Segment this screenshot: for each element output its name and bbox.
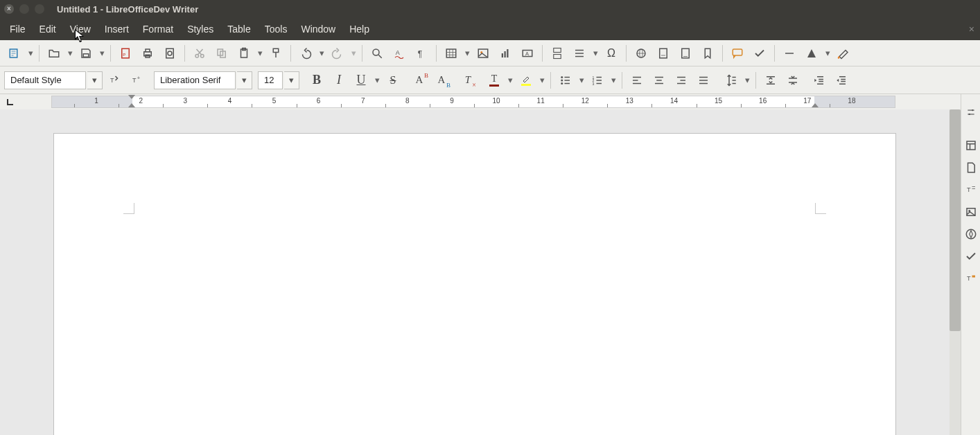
line-spacing-button[interactable] bbox=[721, 71, 742, 90]
scrollbar-thumb[interactable] bbox=[950, 109, 961, 331]
align-justify-button[interactable] bbox=[693, 71, 714, 90]
increase-indent-button[interactable] bbox=[809, 71, 830, 90]
sidebar-navigator-button[interactable] bbox=[963, 226, 979, 242]
paragraph-style-dropdown[interactable]: ▾ bbox=[87, 71, 103, 89]
sidebar-styles-button[interactable]: T bbox=[963, 181, 979, 198]
insert-comment-button[interactable] bbox=[727, 44, 748, 63]
align-left-button[interactable] bbox=[627, 71, 647, 90]
menu-insert[interactable]: Insert bbox=[98, 19, 136, 39]
sidebar-manage-changes-button[interactable] bbox=[963, 248, 979, 265]
redo-dropdown[interactable]: ▾ bbox=[349, 48, 358, 58]
sidebar-design-button[interactable]: T bbox=[963, 270, 979, 287]
menu-styles[interactable]: Styles bbox=[180, 19, 220, 39]
document-page[interactable] bbox=[53, 133, 896, 435]
bullet-list-dropdown[interactable]: ▾ bbox=[577, 75, 586, 85]
menu-view[interactable]: View bbox=[63, 19, 98, 39]
sidebar-properties-button[interactable] bbox=[963, 137, 979, 154]
window-minimize-button[interactable] bbox=[19, 4, 29, 14]
italic-button[interactable]: I bbox=[329, 71, 349, 90]
insert-table-dropdown[interactable]: ▾ bbox=[463, 48, 471, 58]
new-document-button[interactable] bbox=[4, 44, 25, 63]
insert-bookmark-button[interactable] bbox=[697, 44, 718, 63]
clone-formatting-button[interactable] bbox=[265, 44, 286, 63]
basic-shapes-button[interactable] bbox=[801, 44, 822, 63]
menu-format[interactable]: Format bbox=[136, 19, 180, 39]
increase-para-spacing-button[interactable] bbox=[760, 71, 781, 90]
font-size-dropdown[interactable]: ▾ bbox=[284, 71, 299, 89]
copy-button[interactable] bbox=[211, 44, 232, 63]
paste-button[interactable] bbox=[234, 44, 254, 63]
superscript-button[interactable]: AB bbox=[409, 71, 430, 90]
sidebar-settings-button[interactable] bbox=[963, 104, 979, 121]
find-replace-button[interactable] bbox=[367, 44, 387, 63]
font-color-button[interactable]: T bbox=[484, 71, 505, 90]
subscript-button[interactable]: AB bbox=[431, 71, 452, 90]
update-style-button[interactable]: T bbox=[104, 71, 125, 90]
save-dropdown[interactable]: ▾ bbox=[98, 48, 106, 58]
decrease-indent-button[interactable] bbox=[831, 71, 852, 90]
menu-help[interactable]: Help bbox=[342, 19, 376, 39]
undo-button[interactable] bbox=[295, 44, 316, 63]
open-dropdown[interactable]: ▾ bbox=[66, 48, 74, 58]
insert-line-button[interactable] bbox=[779, 44, 800, 63]
bullet-list-button[interactable] bbox=[555, 71, 576, 90]
strikethrough-button[interactable]: S bbox=[383, 71, 403, 90]
insert-page-break-button[interactable] bbox=[547, 44, 568, 63]
window-close-button[interactable]: × bbox=[4, 4, 14, 14]
tab-stop-type-button[interactable] bbox=[6, 97, 15, 107]
insert-field-dropdown[interactable]: ▾ bbox=[591, 48, 600, 58]
sidebar-page-button[interactable] bbox=[963, 159, 979, 176]
insert-special-char-button[interactable]: Ω bbox=[601, 44, 622, 63]
align-center-button[interactable] bbox=[649, 71, 670, 90]
font-color-dropdown[interactable]: ▾ bbox=[506, 75, 514, 85]
save-button[interactable] bbox=[76, 44, 96, 63]
sidebar-gallery-button[interactable] bbox=[963, 204, 979, 220]
insert-table-button[interactable] bbox=[441, 44, 462, 63]
menu-window[interactable]: Window bbox=[294, 19, 342, 39]
font-name-dropdown[interactable]: ▾ bbox=[237, 71, 252, 89]
menu-table[interactable]: Table bbox=[220, 19, 257, 39]
insert-field-button[interactable] bbox=[569, 44, 590, 63]
horizontal-ruler[interactable]: 123456789101112131415161718 bbox=[51, 96, 895, 108]
line-spacing-dropdown[interactable]: ▾ bbox=[743, 75, 751, 85]
vertical-scrollbar[interactable] bbox=[950, 109, 961, 435]
bold-button[interactable]: B bbox=[306, 71, 327, 90]
redo-button[interactable] bbox=[327, 44, 348, 63]
clear-formatting-button[interactable]: T× bbox=[457, 71, 478, 90]
paragraph-style-combo[interactable]: Default Style bbox=[4, 71, 86, 89]
close-document-button[interactable]: × bbox=[969, 24, 974, 35]
insert-chart-button[interactable] bbox=[495, 44, 516, 63]
insert-textbox-button[interactable]: A bbox=[517, 44, 538, 63]
font-size-combo[interactable]: 12 bbox=[258, 71, 283, 89]
insert-endnote-button[interactable] bbox=[675, 44, 696, 63]
track-changes-button[interactable] bbox=[749, 44, 770, 63]
numbered-list-button[interactable]: 123 bbox=[587, 71, 608, 90]
highlight-color-button[interactable] bbox=[516, 71, 536, 90]
new-style-button[interactable]: T+ bbox=[126, 71, 147, 90]
insert-hyperlink-button[interactable] bbox=[631, 44, 651, 63]
document-workspace[interactable] bbox=[0, 109, 950, 435]
insert-image-button[interactable] bbox=[473, 44, 493, 63]
paste-dropdown[interactable]: ▾ bbox=[256, 48, 264, 58]
font-name-combo[interactable]: Liberation Serif bbox=[154, 71, 236, 89]
underline-button[interactable]: U bbox=[351, 71, 371, 90]
open-button[interactable] bbox=[44, 44, 64, 63]
numbered-list-dropdown[interactable]: ▾ bbox=[609, 75, 618, 85]
print-preview-button[interactable] bbox=[159, 44, 180, 63]
decrease-para-spacing-button[interactable] bbox=[782, 71, 803, 90]
formatting-marks-button[interactable]: ¶ bbox=[411, 44, 432, 63]
menu-edit[interactable]: Edit bbox=[33, 19, 63, 39]
show-draw-functions-button[interactable] bbox=[833, 44, 854, 63]
underline-dropdown[interactable]: ▾ bbox=[373, 75, 381, 85]
align-right-button[interactable] bbox=[671, 71, 692, 90]
new-document-dropdown[interactable]: ▾ bbox=[26, 48, 35, 58]
undo-dropdown[interactable]: ▾ bbox=[317, 48, 326, 58]
export-pdf-button[interactable]: P bbox=[115, 44, 136, 63]
cut-button[interactable] bbox=[189, 44, 210, 63]
first-line-indent-marker[interactable] bbox=[128, 95, 135, 102]
menu-tools[interactable]: Tools bbox=[258, 19, 295, 39]
menu-file[interactable]: File bbox=[3, 19, 33, 39]
window-maximize-button[interactable] bbox=[35, 4, 44, 14]
highlight-color-dropdown[interactable]: ▾ bbox=[538, 75, 546, 85]
insert-footnote-button[interactable] bbox=[653, 44, 674, 63]
